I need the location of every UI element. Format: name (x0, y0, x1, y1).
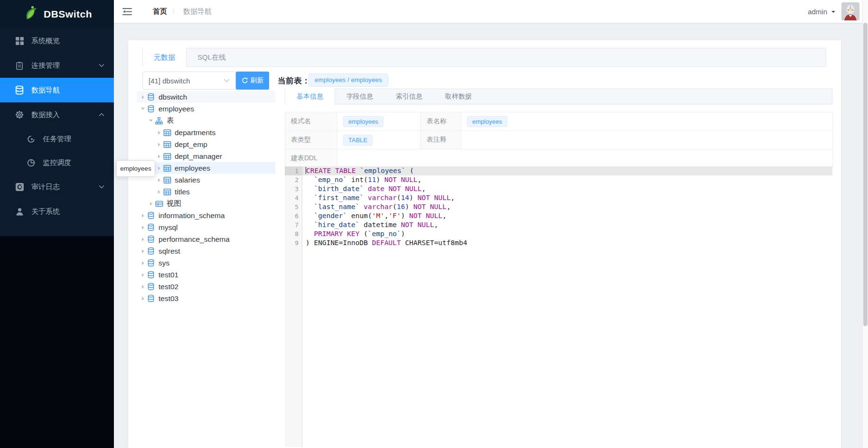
caret-down-icon[interactable] (140, 108, 146, 110)
table-type-label: 表类型 (285, 131, 337, 149)
sidebar-collapse-icon[interactable] (122, 6, 134, 17)
detail-tab-3[interactable]: 取样数据 (434, 89, 483, 104)
chevron-down-icon (224, 79, 230, 82)
tree-node-employees[interactable]: employees (137, 162, 275, 174)
clipboard-icon (14, 60, 25, 71)
detail-tab-1[interactable]: 字段信息 (335, 89, 384, 104)
main-card: 元数据SQL在线 [41] dbswitch 刷新 当前表： employees… (128, 40, 841, 448)
tree-node-sqlrest[interactable]: sqlrest (137, 245, 275, 257)
tree-node-performance_schema[interactable]: performance_schema (137, 233, 275, 245)
code-line-6: 6 `gender` enum('M','F') NOT NULL, (285, 211, 832, 220)
tree-node-label: 表 (167, 116, 174, 126)
caret-right-icon[interactable] (156, 178, 162, 182)
user-menu[interactable]: admin (808, 2, 859, 20)
detail-tabs: 基本信息字段信息索引信息取样数据 (285, 89, 832, 104)
caret-right-icon[interactable] (140, 297, 146, 301)
sidebar-upper: DBSwitch 系统概览连接管理数据导航数据接入任务管理监控调度审计日志关于系… (0, 0, 114, 236)
caret-right-icon[interactable] (140, 214, 146, 218)
sidebar-item-2[interactable]: 数据导航 (0, 78, 114, 102)
page-scrollbar[interactable] (862, 0, 868, 448)
schema-name-label: 模式名 (285, 112, 337, 131)
detail-tab-0[interactable]: 基本信息 (285, 89, 335, 104)
sidebar-item-3[interactable]: 数据接入 (0, 102, 114, 127)
tree-node-test03[interactable]: test03 (137, 293, 275, 304)
tree-node-label: mysql (159, 223, 177, 232)
line-number: 3 (285, 184, 302, 193)
caret-down-icon[interactable] (148, 119, 154, 122)
table-comment-label: 表注释 (421, 131, 461, 149)
database-icon (147, 235, 155, 243)
tree-node-label: titles (175, 188, 190, 196)
scrollbar-thumb[interactable] (863, 23, 868, 326)
database-icon (147, 223, 155, 231)
caret-right-icon[interactable] (140, 249, 146, 253)
caret-right-icon[interactable] (156, 143, 162, 146)
tree-node-mysql[interactable]: mysql (137, 221, 275, 233)
main-tabs: 元数据SQL在线 (142, 48, 826, 67)
current-table-tag: employees / employees (308, 73, 388, 87)
tree-node-label: test01 (159, 271, 178, 279)
code-text: CREATE TABLE `employees` ( (302, 166, 832, 175)
main-tab-0[interactable]: 元数据 (142, 48, 187, 67)
tree-node-dbswitch[interactable]: dbswitch (137, 91, 275, 103)
caret-right-icon[interactable] (156, 131, 162, 135)
table-name-label: 表名称 (421, 112, 461, 131)
tree-node-information_schema[interactable]: information_schema (137, 210, 275, 221)
tree-node-test02[interactable]: test02 (137, 281, 275, 293)
sidebar-item-5[interactable]: 关于系统 (0, 199, 114, 224)
ddl-code-editor[interactable]: 1CREATE TABLE `employees` (2 `emp_no` in… (285, 166, 832, 447)
user-name: admin (808, 8, 827, 16)
caret-right-icon[interactable] (156, 155, 162, 158)
ddl-value-cell (337, 149, 833, 168)
sidebar-item-0[interactable]: 系统概览 (0, 28, 114, 53)
tree-node-dept_emp[interactable]: dept_emp (137, 138, 275, 150)
tree-node-表[interactable]: 表 (137, 115, 275, 127)
code-line-4: 4 `first_name` varchar(14) NOT NULL, (285, 193, 832, 202)
database-icon (147, 211, 155, 219)
main-tab-1[interactable]: SQL在线 (187, 48, 237, 66)
table-icon (163, 176, 171, 184)
connection-select[interactable]: [41] dbswitch (142, 72, 236, 90)
sidebar-item-label: 审计日志 (31, 183, 60, 192)
breadcrumb-current: 数据导航 (183, 7, 212, 16)
caret-right-icon[interactable] (140, 285, 146, 289)
code-text: `hire_date` datetime NOT NULL, (302, 220, 832, 229)
sidebar-item-label: 关于系统 (31, 207, 60, 216)
tree-node-label: test02 (159, 283, 178, 291)
line-number: 9 (285, 238, 302, 247)
tree-node-dept_manager[interactable]: dept_manager (137, 150, 275, 162)
sidebar-item-3-1[interactable]: 监控调度 (0, 151, 114, 174)
tree-node-sys[interactable]: sys (137, 257, 275, 269)
refresh-button[interactable]: 刷新 (236, 72, 269, 90)
caret-right-icon[interactable] (140, 95, 146, 99)
sidebar-item-3-0[interactable]: 任务管理 (0, 127, 114, 151)
line-number: 5 (285, 202, 302, 211)
sidebar-item-4[interactable]: 审计日志 (0, 174, 114, 199)
caret-right-icon[interactable] (140, 226, 146, 229)
caret-right-icon[interactable] (140, 261, 146, 265)
tree-node-test01[interactable]: test01 (137, 269, 275, 281)
table-icon (163, 188, 171, 196)
tree-node-视图[interactable]: 视图 (137, 198, 275, 210)
database-icon (14, 85, 25, 95)
breadcrumb-home[interactable]: 首页 (153, 7, 167, 16)
sidebar-item-1[interactable]: 连接管理 (0, 53, 114, 78)
caret-right-icon[interactable] (156, 166, 162, 170)
tree-node-titles[interactable]: titles (137, 186, 275, 198)
detail-tab-2[interactable]: 索引信息 (384, 89, 434, 104)
breadcrumb-separator-icon: 〉 (172, 7, 178, 16)
caret-right-icon[interactable] (140, 238, 146, 241)
caret-right-icon[interactable] (148, 202, 154, 206)
tree-node-salaries[interactable]: salaries (137, 174, 275, 186)
tree-node-departments[interactable]: departments (137, 127, 275, 138)
user-avatar[interactable] (841, 2, 859, 20)
tree-node-label: information_schema (159, 211, 225, 220)
caret-right-icon[interactable] (156, 190, 162, 194)
tree-node-employees[interactable]: employees (137, 103, 275, 115)
app-logo[interactable]: DBSwitch (0, 0, 114, 28)
caret-right-icon[interactable] (140, 273, 146, 277)
code-text: `gender` enum('M','F') NOT NULL, (302, 211, 832, 220)
current-table-label: 当前表： (278, 75, 310, 86)
chevron-up-icon (99, 113, 104, 117)
line-number: 2 (285, 175, 302, 184)
